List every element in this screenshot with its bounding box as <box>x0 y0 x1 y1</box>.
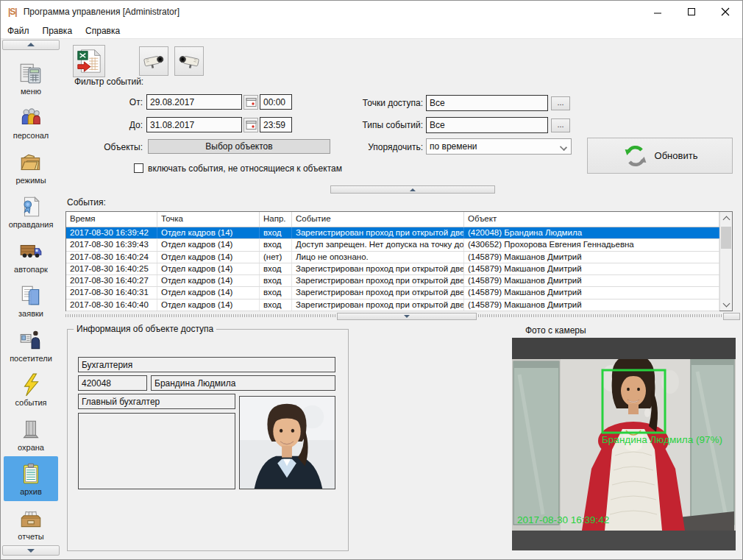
window-title: Программа управления [Administrator] <box>24 7 179 17</box>
person-name-field: Брандина Людмила <box>151 375 335 391</box>
lightning-icon <box>18 372 43 397</box>
sidebar-nav: меню персонал <box>1 40 61 559</box>
sidebar-item-fleet[interactable]: автопарк <box>4 234 58 279</box>
sidebar-item-visitors[interactable]: посетители <box>4 323 58 368</box>
access-points-label: Точки доступа: <box>332 98 423 108</box>
to-label: До: <box>96 120 143 130</box>
chevron-down-icon <box>722 300 730 307</box>
events-table: Время Точка Напр. Событие Объект 2017-08… <box>65 211 733 311</box>
camera-photo: Брандина Людмила (97%) 2017-08-30 16:39:… <box>512 338 736 550</box>
splitter-end-button[interactable] <box>723 313 740 320</box>
events-scrollbar[interactable] <box>719 212 732 311</box>
table-row[interactable]: 2017-08-30 16:40:27Отдел кадров (14)вход… <box>66 275 719 287</box>
access-points-more-button[interactable]: ... <box>551 96 570 110</box>
splitter-collapse-down-button[interactable] <box>337 313 477 320</box>
sidebar-item-reports[interactable]: отчеты <box>4 501 58 546</box>
position-field: Главный бухгалтер <box>78 394 235 409</box>
include-events-checkbox-label: включать события, не относящиеся к объек… <box>148 163 342 174</box>
sidebar-label: оправдания <box>9 220 54 229</box>
sidebar-item-personnel[interactable]: персонал <box>4 100 58 145</box>
table-row[interactable]: 2017-08-30 16:40:40Отдел кадров (14)вход… <box>66 300 719 311</box>
table-row[interactable]: 2017-08-30 16:40:24Отдел кадров (14)(нет… <box>66 252 719 263</box>
refresh-button[interactable]: Обновить <box>587 138 733 174</box>
visitor-badge-icon <box>18 328 43 353</box>
app-logo-icon: |S| <box>8 7 17 17</box>
scrollbar-thumb[interactable] <box>721 227 731 249</box>
sidebar-item-modes[interactable]: режимы <box>4 145 58 190</box>
camera-left-icon <box>176 48 202 74</box>
sidebar-item-requests[interactable]: заявки <box>4 278 58 323</box>
scroll-down-button[interactable] <box>720 299 732 311</box>
table-row[interactable]: 2017-08-30 16:39:42Отдел кадров (14)вход… <box>66 227 719 239</box>
to-time-input[interactable]: 23:59 <box>260 117 292 132</box>
include-events-checkbox[interactable] <box>134 163 143 173</box>
camera-timestamp: 2017-08-30 16:39:42 <box>517 514 609 525</box>
select-objects-button[interactable]: Выбор объектов <box>148 139 330 154</box>
column-header-event[interactable]: Событие <box>292 212 464 227</box>
person-photo <box>239 396 335 489</box>
column-header-time[interactable]: Время <box>66 212 157 227</box>
minimize-icon <box>653 7 662 16</box>
camera-panel-title: Фото с камеры <box>525 325 586 336</box>
export-excel-button[interactable] <box>73 45 105 77</box>
table-row[interactable]: 2017-08-30 16:39:43Отдел кадров (14)вход… <box>66 239 719 251</box>
people-icon <box>18 105 43 130</box>
department-field: Бухгалтерия <box>78 357 335 372</box>
sidebar-item-guard[interactable]: охрана <box>4 412 58 457</box>
table-row[interactable]: 2017-08-30 16:40:25Отдел кадров (14)вход… <box>66 263 719 275</box>
from-date-calendar-button[interactable] <box>243 95 258 110</box>
sidebar-scroll-up-button[interactable] <box>2 40 60 50</box>
calendar-icon <box>246 120 257 130</box>
camera-2-button[interactable] <box>174 46 204 76</box>
event-types-input[interactable]: Все <box>426 117 548 133</box>
portrait-image <box>240 397 335 489</box>
person-id-field: 420048 <box>78 375 147 391</box>
event-types-more-button[interactable]: ... <box>551 118 570 132</box>
column-header-direction[interactable]: Напр. <box>260 212 292 227</box>
from-date-input[interactable]: 29.08.2017 <box>146 94 242 110</box>
sidebar-label: охрана <box>18 443 44 452</box>
maximize-icon <box>687 7 696 16</box>
app-window: |S| Программа управления [Administrator]… <box>0 0 743 560</box>
sidebar-scroll-down-button[interactable] <box>2 545 60 556</box>
info-panel-title: Информация об объекте доступа <box>74 324 216 334</box>
from-time-input[interactable]: 00:00 <box>260 94 292 110</box>
filter-section-label: Фильтр событий: <box>74 77 143 87</box>
folder-icon <box>18 150 43 175</box>
menu-bar: Файл Правка Справка <box>1 23 742 39</box>
access-points-input[interactable]: Все <box>426 95 548 111</box>
splitter-collapse-up-button[interactable] <box>330 185 495 194</box>
clipboard-icon <box>18 461 43 486</box>
calendar-icon <box>246 97 257 107</box>
order-by-label: Упорядочить: <box>332 142 423 152</box>
to-date-calendar-button[interactable] <box>243 118 258 132</box>
sidebar-label: отчеты <box>18 532 43 541</box>
order-by-select[interactable]: по времени <box>426 138 572 155</box>
close-button[interactable] <box>708 1 742 23</box>
to-date-input[interactable]: 31.08.2017 <box>146 117 242 132</box>
sidebar-item-events[interactable]: события <box>4 367 58 412</box>
camera-1-button[interactable] <box>139 46 168 76</box>
table-row[interactable]: 2017-08-30 16:40:31Отдел кадров (14)вход… <box>66 287 719 299</box>
from-label: От: <box>96 97 143 107</box>
sidebar-item-excuses[interactable]: оправдания <box>4 189 58 234</box>
excel-export-icon <box>75 47 103 75</box>
menu-edit[interactable]: Правка <box>36 24 79 38</box>
recognition-label: Брандина Людмила (97%) <box>602 434 722 445</box>
menu-file[interactable]: Файл <box>1 24 36 38</box>
column-header-point[interactable]: Точка <box>157 212 260 227</box>
sidebar-label: режимы <box>15 176 46 185</box>
menu-help[interactable]: Справка <box>79 24 127 38</box>
chevron-down-icon <box>404 315 410 318</box>
minimize-button[interactable] <box>641 1 675 23</box>
scroll-up-button[interactable] <box>720 212 732 224</box>
order-by-value: по времени <box>430 141 477 152</box>
chevron-down-icon <box>560 143 567 151</box>
close-icon <box>721 7 730 16</box>
truck-icon <box>18 239 43 264</box>
column-header-object[interactable]: Объект <box>464 212 719 227</box>
sidebar-label: автопарк <box>14 265 48 274</box>
sidebar-item-menu[interactable]: меню <box>4 56 58 101</box>
sidebar-item-archive[interactable]: архив <box>4 456 58 501</box>
maximize-button[interactable] <box>675 1 708 23</box>
